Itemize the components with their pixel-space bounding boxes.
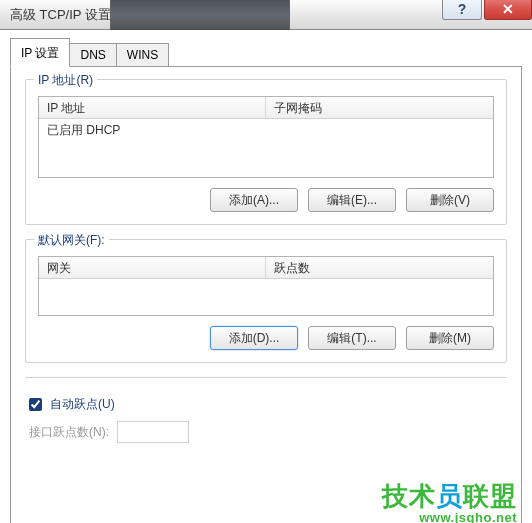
tab-strip: IP 设置 DNS WINS <box>10 38 522 67</box>
ip-list-header: IP 地址 子网掩码 <box>39 97 493 119</box>
gw-buttons: 添加(D)... 编辑(T)... 删除(M) <box>38 326 494 350</box>
watermark: 技术员联盟 www.jsgho.net <box>382 482 517 523</box>
default-gateways-group: 默认网关(F): 网关 跃点数 添加(D)... 编辑(T)... 删除(M) <box>25 239 507 363</box>
tab-body: IP 地址(R) IP 地址 子网掩码 已启用 DHCP 添加(A)... 编辑… <box>10 66 522 523</box>
col-metric[interactable]: 跃点数 <box>266 257 493 278</box>
ip-addresses-legend: IP 地址(R) <box>34 72 97 89</box>
tab-wins[interactable]: WINS <box>116 43 169 67</box>
gateways-legend: 默认网关(F): <box>34 232 109 249</box>
watermark-brand: 技术员联盟 <box>382 482 517 511</box>
metric-group: 自动跃点(U) 接口跃点数(N): <box>25 377 507 455</box>
tab-dns[interactable]: DNS <box>69 43 116 67</box>
gw-add-button[interactable]: 添加(D)... <box>210 326 298 350</box>
list-item[interactable]: 已启用 DHCP <box>39 119 493 142</box>
interface-metric-input <box>117 421 189 443</box>
ip-buttons: 添加(A)... 编辑(E)... 删除(V) <box>38 188 494 212</box>
window-controls: ? ✕ <box>440 0 532 20</box>
ip-add-button[interactable]: 添加(A)... <box>210 188 298 212</box>
close-button[interactable]: ✕ <box>484 0 532 20</box>
col-subnet-mask[interactable]: 子网掩码 <box>266 97 493 118</box>
col-gateway[interactable]: 网关 <box>39 257 266 278</box>
gateways-list[interactable]: 网关 跃点数 <box>38 256 494 316</box>
help-button[interactable]: ? <box>442 0 482 20</box>
auto-metric-row: 自动跃点(U) <box>29 396 495 413</box>
auto-metric-label: 自动跃点(U) <box>50 396 115 413</box>
interface-metric-row: 接口跃点数(N): <box>29 421 495 443</box>
gw-remove-button[interactable]: 删除(M) <box>406 326 494 350</box>
titlebar-glass <box>110 0 290 30</box>
interface-metric-label: 接口跃点数(N): <box>29 424 109 441</box>
ip-remove-button[interactable]: 删除(V) <box>406 188 494 212</box>
title-bar: 高级 TCP/IP 设置 ? ✕ <box>0 0 532 30</box>
auto-metric-checkbox[interactable] <box>29 398 42 411</box>
ip-addresses-group: IP 地址(R) IP 地址 子网掩码 已启用 DHCP 添加(A)... 编辑… <box>25 79 507 225</box>
tab-ip-settings[interactable]: IP 设置 <box>10 38 70 67</box>
ip-addresses-list[interactable]: IP 地址 子网掩码 已启用 DHCP <box>38 96 494 178</box>
col-ip-address[interactable]: IP 地址 <box>39 97 266 118</box>
window-title: 高级 TCP/IP 设置 <box>10 6 111 24</box>
gw-edit-button[interactable]: 编辑(T)... <box>308 326 396 350</box>
ip-edit-button[interactable]: 编辑(E)... <box>308 188 396 212</box>
gw-list-header: 网关 跃点数 <box>39 257 493 279</box>
watermark-url: www.jsgho.net <box>382 511 517 523</box>
content-area: IP 设置 DNS WINS IP 地址(R) IP 地址 子网掩码 已启用 D… <box>0 30 532 523</box>
